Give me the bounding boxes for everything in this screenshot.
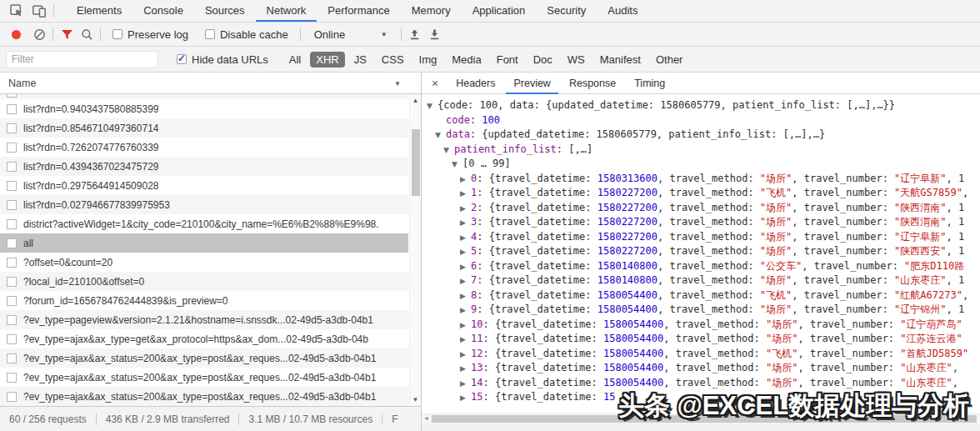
request-row[interactable]: ?local_id=210100&offset=0 (0, 272, 408, 291)
request-row[interactable]: list?rdn=0.4394367023475729 (0, 157, 408, 176)
request-row[interactable]: all (0, 233, 408, 253)
device-toolbar-icon[interactable] (28, 0, 50, 22)
filter-type-ws[interactable]: WS (562, 52, 591, 68)
disable-cache-checkbox[interactable]: Disable cache (205, 28, 288, 41)
inspect-element-icon[interactable] (5, 0, 28, 22)
json-tree-row[interactable]: ▶2: {travel_datetime: 1580227200, travel… (422, 201, 980, 216)
json-tree-row[interactable]: ▶5: {travel_datetime: 1580227200, travel… (422, 244, 980, 259)
detail-tab-headers[interactable]: Headers (448, 73, 502, 94)
preserve-log-checkbox[interactable]: Preserve log (112, 28, 188, 41)
json-tree-row[interactable]: ▶4: {travel_datetime: 1580227200, travel… (422, 230, 980, 245)
tab-memory[interactable]: Memory (401, 0, 462, 22)
disclosure-triangle-icon[interactable]: ▼ (427, 99, 438, 113)
request-row[interactable]: list?rdn=0.8546710497360714 (0, 118, 408, 138)
disclosure-triangle-icon[interactable]: ▶ (460, 260, 471, 274)
request-row[interactable]: list?rdn=0.027946677839975953 (0, 195, 408, 214)
json-tree-row[interactable]: ▶6: {travel_datetime: 1580140800, travel… (422, 259, 980, 274)
disclosure-triangle-icon[interactable]: ▶ (460, 333, 471, 347)
request-row[interactable]: ?ev_type=ajax&ax_status=200&ax_type=post… (0, 348, 408, 368)
json-tree-row[interactable]: ▶13: {travel_datetime: 1580054400, trave… (422, 361, 980, 376)
request-row[interactable]: list?rdn=0.7262074776760339 (0, 138, 408, 157)
tab-security[interactable]: Security (536, 0, 597, 22)
disclosure-triangle-icon[interactable]: ▶ (460, 289, 471, 303)
import-har-icon[interactable] (405, 24, 425, 44)
disclosure-triangle-icon[interactable]: ▶ (460, 274, 471, 288)
request-row[interactable]: ?ev_type=ajax&ax_status=200&ax_type=post… (0, 387, 408, 406)
json-tree-row[interactable]: ▶3: {travel_datetime: 1580227200, travel… (422, 215, 980, 230)
disclosure-triangle-icon[interactable]: ▶ (460, 348, 471, 362)
json-tree-row[interactable]: ▼[0 … 99] (422, 157, 980, 172)
filter-input[interactable] (6, 51, 158, 68)
request-row[interactable]: list?rdn=0.2975644914509028 (0, 176, 408, 195)
filter-funnel-icon[interactable] (57, 24, 77, 44)
disclosure-triangle-icon[interactable]: ▶ (460, 391, 471, 405)
filter-type-other[interactable]: Other (650, 52, 689, 68)
filter-type-media[interactable]: Media (446, 52, 487, 68)
hide-data-urls-checkbox[interactable]: Hide data URLs (177, 53, 268, 66)
request-row[interactable]: ?ev_type=ajax&ax_type=get&ax_protocol=ht… (0, 329, 408, 348)
request-row[interactable]: ?ev_type=pageview&version=2.1.21&hostnam… (0, 310, 408, 329)
filter-type-font[interactable]: Font (491, 52, 524, 68)
json-tree-row[interactable]: ▼data: {updated_datetime: 1580605779, pa… (422, 128, 980, 143)
json-tree-row[interactable]: ▶7: {travel_datetime: 1580140800, travel… (422, 273, 980, 288)
filter-type-js[interactable]: JS (348, 52, 372, 68)
tab-performance[interactable]: Performance (317, 0, 400, 22)
disclosure-triangle-icon[interactable]: ▶ (460, 318, 471, 333)
json-tree-row[interactable]: ▼{code: 100, data: {updated_datetime: 15… (422, 98, 980, 113)
filter-type-manifest[interactable]: Manifest (594, 52, 647, 68)
filter-type-css[interactable]: CSS (376, 52, 410, 68)
record-button[interactable] (12, 30, 21, 39)
disclosure-triangle-icon[interactable]: ▼ (443, 143, 454, 158)
scroll-up-icon[interactable]: ▲ (410, 97, 421, 104)
filter-type-doc[interactable]: Doc (528, 52, 558, 68)
request-row[interactable]: ?ev_type=ajax&ax_status=200&ax_type=post… (0, 368, 408, 387)
disclosure-triangle-icon[interactable]: ▶ (460, 231, 471, 245)
json-tree-row[interactable]: ▶11: {travel_datetime: 1580054400, trave… (422, 332, 980, 347)
tab-network[interactable]: Network (256, 0, 318, 22)
name-column-header[interactable]: Name ▼ (0, 73, 421, 94)
checkbox-unchecked[interactable] (112, 29, 122, 39)
tab-application[interactable]: Application (462, 0, 537, 22)
vertical-scrollbar[interactable]: ▲ ▼ (409, 94, 421, 406)
export-har-icon[interactable] (425, 24, 445, 44)
json-tree-row[interactable]: ▶8: {travel_datetime: 1580054400, travel… (422, 288, 980, 303)
filter-type-all[interactable]: All (283, 52, 307, 68)
checkbox-checked[interactable] (177, 54, 187, 64)
filter-type-img[interactable]: Img (413, 52, 443, 68)
scroll-left-icon[interactable]: ◄ (423, 415, 429, 421)
json-tree-row[interactable]: code: 100 (422, 113, 980, 128)
disclosure-triangle-icon[interactable]: ▶ (460, 377, 471, 391)
checkbox-unchecked[interactable] (205, 29, 215, 39)
json-tree-row[interactable]: ▶1: {travel_datetime: 1580227200, travel… (422, 186, 980, 201)
json-tree-row[interactable]: ▼patient_info_list: [,…] (422, 143, 980, 158)
disclosure-triangle-icon[interactable]: ▶ (460, 173, 471, 187)
request-row[interactable]: list?rdn=0.9403437580885399 (0, 99, 408, 118)
json-tree-row[interactable]: ▶9: {travel_datetime: 1580054400, travel… (422, 303, 980, 318)
tab-elements[interactable]: Elements (66, 0, 132, 22)
tab-audits[interactable]: Audits (597, 0, 648, 22)
detail-tab-timing[interactable]: Timing (627, 73, 672, 94)
disclosure-triangle-icon[interactable]: ▶ (460, 187, 471, 201)
request-row[interactable]: ?offset=0&count=20 (0, 253, 408, 272)
throttling-dropdown[interactable]: Online ▼ (314, 28, 388, 41)
filter-type-xhr[interactable]: XHR (310, 52, 344, 68)
search-icon[interactable] (77, 24, 97, 44)
json-tree-row[interactable]: ▶12: {travel_datetime: 1580054400, trave… (422, 347, 980, 362)
disclosure-triangle-icon[interactable]: ▼ (452, 158, 462, 172)
disclosure-triangle-icon[interactable]: ▶ (460, 202, 471, 216)
disclosure-triangle-icon[interactable]: ▶ (460, 362, 471, 376)
detail-tab-preview[interactable]: Preview (506, 73, 558, 94)
scroll-down-icon[interactable]: ▼ (410, 396, 421, 403)
tab-console[interactable]: Console (132, 0, 194, 22)
detail-tab-response[interactable]: Response (562, 73, 623, 94)
disclosure-triangle-icon[interactable]: ▶ (460, 216, 471, 230)
clear-icon[interactable] (29, 24, 49, 44)
disclosure-triangle-icon[interactable]: ▶ (460, 245, 471, 259)
json-tree-row[interactable]: ▶0: {travel_datetime: 1580313600, travel… (422, 172, 980, 187)
disclosure-triangle-icon[interactable]: ▼ (435, 128, 446, 143)
close-icon[interactable]: × (432, 73, 438, 94)
scrollbar-thumb[interactable] (412, 129, 420, 196)
tab-sources[interactable]: Sources (194, 0, 256, 22)
disclosure-triangle-icon[interactable]: ▶ (460, 303, 471, 318)
json-tree-row[interactable]: ▶10: {travel_datetime: 1580054400, trave… (422, 318, 980, 333)
